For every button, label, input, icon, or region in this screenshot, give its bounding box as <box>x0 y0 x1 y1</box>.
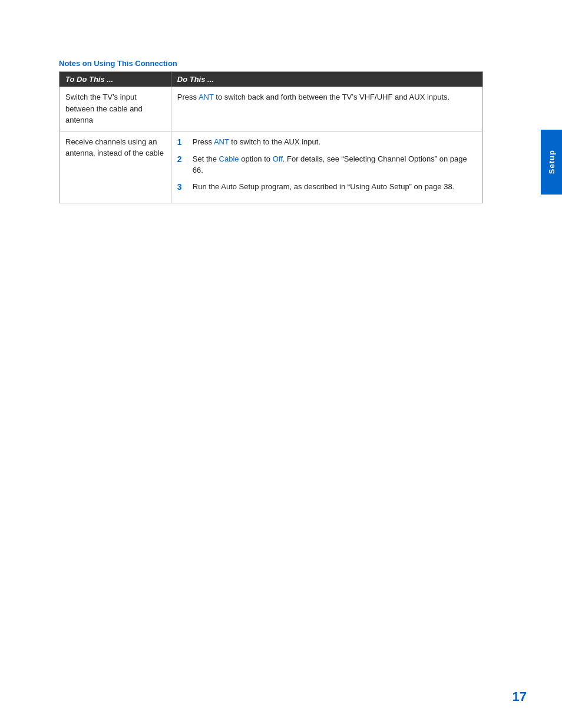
step2-text: Set the Cable option to Off. For details… <box>193 153 477 176</box>
step3-text: Run the Auto Setup program, as described… <box>193 181 477 193</box>
col2-header: Do This ... <box>171 72 482 87</box>
ant-highlight-2: ANT <box>214 137 229 146</box>
col1-header: To Do This ... <box>59 72 171 87</box>
step-number-1: 1 <box>177 136 189 149</box>
section-title: Notes on Using This Connection <box>59 59 527 68</box>
list-item: 3 Run the Auto Setup program, as describ… <box>177 181 477 193</box>
setup-tab-label: Setup <box>547 150 556 174</box>
list-item: 1 Press ANT to switch to the AUX input. <box>177 136 477 149</box>
step-number-2: 2 <box>177 153 189 166</box>
table-header-row: To Do This ... Do This ... <box>59 72 483 87</box>
row1-dothis: Press ANT to switch back and forth betwe… <box>171 87 482 131</box>
cable-highlight: Cable <box>219 154 239 163</box>
table-row: Receive channels using an antenna, inste… <box>59 131 483 203</box>
table-row: Switch the TV’s input between the cable … <box>59 87 483 131</box>
step-number-3: 3 <box>177 181 189 193</box>
ant-highlight-1: ANT <box>199 93 214 101</box>
list-item: 2 Set the Cable option to Off. For detai… <box>177 153 477 176</box>
row2-dothis: 1 Press ANT to switch to the AUX input. … <box>171 131 482 203</box>
step1-text: Press ANT to switch to the AUX input. <box>193 136 477 148</box>
page-number: 17 <box>513 689 527 704</box>
notes-table: To Do This ... Do This ... Switch the TV… <box>59 71 483 203</box>
steps-list: 1 Press ANT to switch to the AUX input. … <box>177 136 477 193</box>
off-highlight: Off <box>273 154 283 163</box>
setup-side-tab: Setup <box>541 130 562 195</box>
row1-todo: Switch the TV’s input between the cable … <box>59 87 171 131</box>
row2-todo: Receive channels using an antenna, inste… <box>59 131 171 203</box>
